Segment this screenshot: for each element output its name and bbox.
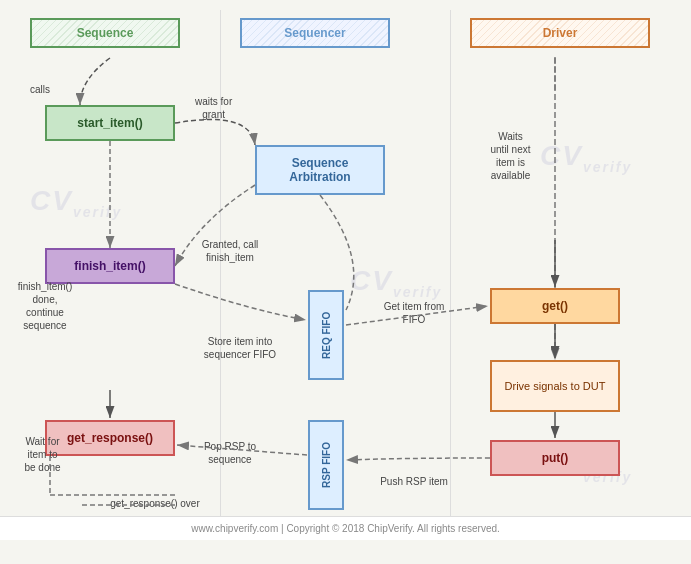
box-put: put() — [490, 440, 620, 476]
diagram-container: CVverify CVverify CVverify CVverify Sequ… — [0, 0, 691, 540]
label-calls: calls — [30, 83, 50, 96]
box-drive: Drive signals to DUT — [490, 360, 620, 412]
watermark-1: CVverify — [30, 185, 122, 220]
footer: www.chipverify.com | Copyright © 2018 Ch… — [0, 516, 691, 540]
label-waits-grant: waits for grant — [195, 95, 232, 121]
label-wait-for-item: Wait for item to be done — [5, 435, 80, 474]
label-store-into-fifo: Store item into sequencer FIFO — [175, 335, 305, 361]
box-req-fifo: REQ FIFO — [308, 290, 344, 380]
label-get-item-from-fifo: Get item from FIFO — [354, 300, 474, 326]
label-granted-call: Granted, call finish_item — [175, 238, 285, 264]
divider-2 — [450, 10, 451, 516]
box-get: get() — [490, 288, 620, 324]
box-seq-arb: Sequence Arbitration — [255, 145, 385, 195]
label-pop-rsp: Pop RSP to sequence — [170, 440, 290, 466]
label-get-response-over: get_response() over — [90, 497, 220, 510]
box-start-item: start_item() — [45, 105, 175, 141]
header-sequencer: Sequencer — [240, 18, 390, 48]
label-waits-until: Waits until next item is available — [468, 130, 553, 182]
box-rsp-fifo: RSP FIFO — [308, 420, 344, 510]
box-finish-item: finish_item() — [45, 248, 175, 284]
watermark-2: CVverify — [350, 265, 442, 300]
watermark-3: CVverify — [540, 140, 632, 175]
header-sequence: Sequence — [30, 18, 180, 48]
label-finish-done: finish_item() done, continue sequence — [5, 280, 85, 332]
label-push-rsp: Push RSP item — [354, 475, 474, 488]
header-driver: Driver — [470, 18, 650, 48]
